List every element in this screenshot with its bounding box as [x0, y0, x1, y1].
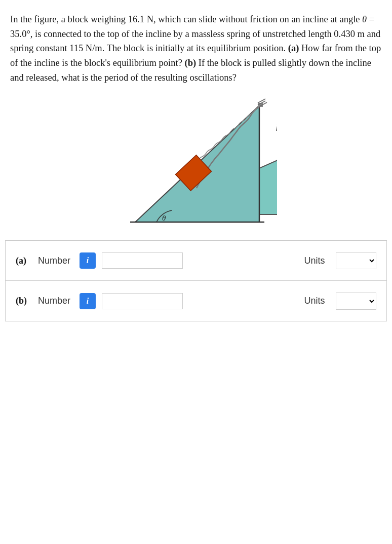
physics-diagram: k θ	[115, 98, 277, 230]
part-b-units-label: Units	[299, 296, 330, 306]
part-a-number-label: Number	[38, 256, 73, 266]
part-b-units-select[interactable]: s ms Hz	[336, 293, 376, 310]
part-b-input[interactable]	[102, 293, 183, 309]
part-b-label: (b)	[16, 296, 32, 306]
page-container: In the figure, a block weighing 16.1 N, …	[0, 0, 392, 544]
part-a-label: (a)	[16, 256, 32, 266]
answers-section: (a) Number i Units m cm mm (b) Number i …	[5, 240, 387, 321]
question-text: In the figure, a block weighing 16.1 N, …	[0, 0, 392, 93]
answer-row-a: (a) Number i Units m cm mm	[5, 240, 387, 281]
svg-line-5	[258, 99, 265, 103]
part-a-input[interactable]	[102, 252, 183, 269]
part-a-info-button[interactable]: i	[80, 252, 96, 269]
part-b-info-button[interactable]: i	[80, 293, 96, 309]
diagram-container: k θ	[0, 93, 392, 240]
angle-label: θ	[162, 214, 166, 222]
spring-label: k	[276, 124, 277, 132]
answer-row-b: (b) Number i Units s ms Hz	[5, 281, 387, 321]
part-a-units-select[interactable]: m cm mm	[336, 252, 376, 269]
part-a-units-label: Units	[299, 256, 330, 266]
part-b-number-label: Number	[38, 296, 73, 306]
